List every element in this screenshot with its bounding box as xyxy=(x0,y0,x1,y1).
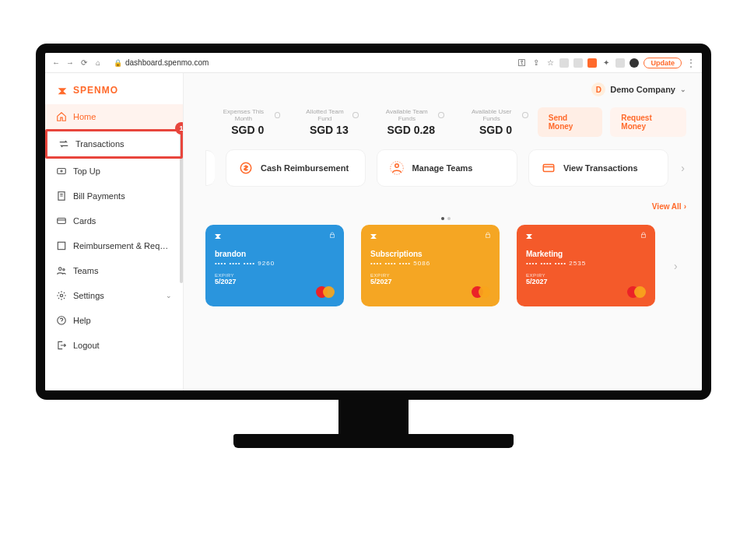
quick-card-teams[interactable]: Manage Teams xyxy=(377,149,517,187)
quick-card-partial[interactable] xyxy=(205,150,215,186)
sidebar-item-label: Reimbursement & Requests xyxy=(73,241,172,250)
stat-available-user: Available User Funds SGD 0 xyxy=(454,108,538,136)
forward-icon[interactable]: → xyxy=(65,58,75,68)
sidebar-item-topup[interactable]: Top Up xyxy=(45,159,183,184)
annotation-badge: 1 xyxy=(175,122,183,135)
card-expiry-label: EXPIRY xyxy=(526,273,646,278)
browser-toolbar: ← → ⟳ ⌂ 🔒 dashboard.spenmo.com ⚿ ⇪ ☆ ✦ U… xyxy=(45,53,702,73)
send-money-button[interactable]: Send Money xyxy=(538,107,603,137)
carousel-dot[interactable] xyxy=(447,217,451,220)
card-number: •••• •••• •••• 2535 xyxy=(526,260,646,267)
payment-card[interactable]: brandon •••• •••• •••• 9260 EXPIRY 5/202… xyxy=(205,225,344,306)
spenmo-mark-icon xyxy=(369,231,378,240)
card-number: •••• •••• •••• 9260 xyxy=(215,260,335,267)
sidebar-item-label: Teams xyxy=(73,266,98,275)
quick-card-label: View Transactions xyxy=(563,163,638,173)
sidebar-item-label: Home xyxy=(73,112,96,121)
monitor-stand-base xyxy=(233,434,514,448)
mastercard-icon xyxy=(472,286,490,299)
sidebar-item-cards[interactable]: Cards xyxy=(45,208,183,233)
share-icon[interactable]: ⇪ xyxy=(531,58,541,68)
sidebar-item-settings[interactable]: Settings ⌄ xyxy=(45,283,183,308)
key-icon[interactable]: ⚿ xyxy=(517,58,527,68)
card-expiry: 5/2027 xyxy=(370,278,490,285)
svg-rect-2 xyxy=(58,219,66,224)
info-icon[interactable] xyxy=(438,112,444,118)
cards-row: brandon •••• •••• •••• 9260 EXPIRY 5/202… xyxy=(205,225,686,306)
stat-value: SGD 0.28 xyxy=(377,124,444,136)
card-name: Subscriptions xyxy=(370,250,490,258)
payment-card[interactable]: Subscriptions •••• •••• •••• 5086 EXPIRY… xyxy=(361,225,500,306)
topbar: D Demo Company ⌄ xyxy=(205,82,686,96)
extension-icon[interactable] xyxy=(573,58,583,68)
kebab-icon[interactable]: ⋮ xyxy=(686,58,696,68)
card-expiry: 5/2027 xyxy=(526,278,646,285)
team-icon xyxy=(390,161,404,175)
extension-icon[interactable] xyxy=(615,58,625,68)
request-money-button[interactable]: Request Money xyxy=(610,107,686,137)
stat-label: Available User Funds xyxy=(463,108,520,122)
sidebar: SPENMO Home 1 Transactions xyxy=(45,73,184,390)
info-icon[interactable] xyxy=(275,112,281,118)
monitor-mockup: ← → ⟳ ⌂ 🔒 dashboard.spenmo.com ⚿ ⇪ ☆ ✦ U… xyxy=(36,44,711,448)
carousel-dot[interactable] xyxy=(441,217,444,220)
stat-allotted: Allotted Team Fund SGD 13 xyxy=(289,108,368,136)
quick-card-reimbursement[interactable]: Cash Reimbursement xyxy=(226,149,366,187)
quick-card-label: Manage Teams xyxy=(412,163,472,173)
mastercard-icon xyxy=(627,286,646,299)
quick-card-transactions[interactable]: View Transactions xyxy=(528,149,668,187)
svg-rect-12 xyxy=(331,235,335,238)
profile-avatar-icon[interactable] xyxy=(630,58,639,68)
quick-card-label: Cash Reimbursement xyxy=(261,163,349,173)
info-icon[interactable] xyxy=(522,112,528,118)
stat-label: Allotted Team Fund xyxy=(299,108,350,122)
puzzle-icon[interactable]: ✦ xyxy=(601,58,611,68)
lock-icon xyxy=(484,231,492,239)
teams-icon xyxy=(56,265,67,276)
chevron-down-icon: ⌄ xyxy=(680,86,686,93)
address-bar[interactable]: 🔒 dashboard.spenmo.com xyxy=(107,58,513,67)
carousel-next-icon[interactable]: › xyxy=(679,162,686,174)
bill-icon xyxy=(56,191,67,201)
payment-card[interactable]: Marketing •••• •••• •••• 2535 EXPIRY 5/2… xyxy=(517,225,655,306)
extension-icon[interactable] xyxy=(559,58,569,68)
home-icon[interactable]: ⌂ xyxy=(93,58,103,68)
sidebar-item-label: Help xyxy=(73,316,91,325)
reload-icon[interactable]: ⟳ xyxy=(79,58,89,68)
view-all-link[interactable]: View All› xyxy=(652,202,686,211)
sidebar-item-label: Transactions xyxy=(75,139,124,149)
back-icon[interactable]: ← xyxy=(51,58,61,68)
sidebar-item-help[interactable]: Help xyxy=(45,308,183,333)
carousel-next-icon[interactable]: › xyxy=(672,260,679,272)
stats-row: Expenses This Month SGD 0 Allotted Team … xyxy=(205,107,686,137)
brand-name: SPENMO xyxy=(73,85,118,96)
svg-point-5 xyxy=(63,269,65,271)
nav-list: Home 1 Transactions Top Up xyxy=(45,104,183,358)
sidebar-item-label: Bill Payments xyxy=(73,191,125,201)
card-number: •••• •••• •••• 5086 xyxy=(370,260,490,267)
transactions-icon xyxy=(58,138,69,149)
svg-rect-14 xyxy=(642,235,646,238)
sidebar-item-label: Top Up xyxy=(73,166,100,176)
topup-icon xyxy=(56,166,67,177)
info-icon[interactable] xyxy=(352,112,359,118)
spenmo-mark-icon xyxy=(524,231,534,240)
lock-icon: 🔒 xyxy=(114,59,122,67)
company-selector[interactable]: D Demo Company ⌄ xyxy=(591,82,686,96)
sidebar-item-transactions[interactable]: Transactions xyxy=(45,129,183,159)
sidebar-item-logout[interactable]: Logout xyxy=(45,333,183,358)
home-icon xyxy=(56,111,67,122)
svg-point-9 xyxy=(395,164,399,168)
star-icon[interactable]: ☆ xyxy=(545,58,555,68)
app-root: SPENMO Home 1 Transactions xyxy=(45,73,702,390)
sidebar-item-teams[interactable]: Teams xyxy=(45,258,183,283)
sidebar-item-reimbursement[interactable]: Reimbursement & Requests xyxy=(45,233,183,258)
brand-logo[interactable]: SPENMO xyxy=(45,73,183,104)
update-button[interactable]: Update xyxy=(644,58,682,68)
stat-value: SGD 0 xyxy=(215,124,280,136)
extension-icon[interactable] xyxy=(587,58,597,68)
sidebar-item-bill-payments[interactable]: Bill Payments xyxy=(45,184,183,208)
sidebar-item-label: Cards xyxy=(73,216,96,226)
sidebar-item-home[interactable]: Home xyxy=(45,104,183,129)
quick-actions-row: Cash Reimbursement Manage Teams View Tra… xyxy=(205,149,686,187)
